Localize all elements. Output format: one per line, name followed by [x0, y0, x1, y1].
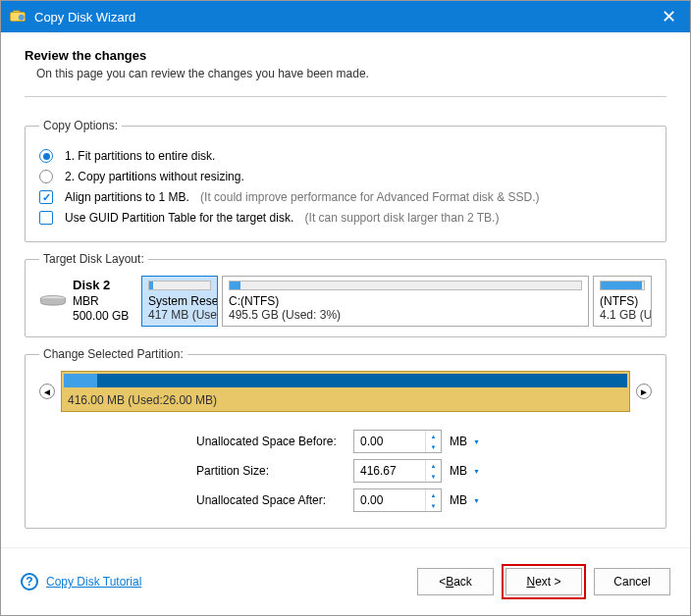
cancel-button[interactable]: Cancel [594, 568, 670, 595]
partition-sub: 495.5 GB (Used: 3%) [229, 308, 341, 322]
partition-sub: 417 MB (Used: 6%) [148, 308, 218, 322]
partition-size-input[interactable]: 416.67 ▲▼ [353, 459, 442, 483]
next-button[interactable]: Next > [505, 568, 582, 595]
unit-dropdown-icon[interactable]: ▼ [473, 497, 480, 504]
partition-name: System Reserved [148, 294, 211, 308]
window-title: Copy Disk Wizard [34, 10, 656, 25]
field-label: Partition Size: [196, 464, 353, 478]
unalloc-after-input[interactable]: 0.00 ▲▼ [353, 488, 442, 512]
close-icon[interactable]: ✕ [656, 6, 682, 27]
partition-system-reserved[interactable]: System Reserved 417 MB (Used: 6%) [141, 276, 218, 327]
field-label: Unallocated Space Before: [196, 435, 353, 448]
spinner[interactable]: ▲▼ [425, 431, 441, 452]
field-label: Unallocated Space After: [196, 493, 353, 507]
option-align-partitions[interactable]: Align partitions to 1 MB. (It could impr… [39, 190, 652, 204]
slider-label: 416.00 MB (Used:26.00 MB) [68, 393, 217, 407]
back-button[interactable]: < Back [417, 568, 494, 595]
radio-icon [39, 149, 53, 163]
unit-dropdown-icon[interactable]: ▼ [473, 438, 480, 445]
partition-c[interactable]: C:(NTFS) 495.5 GB (Used: 3%) [222, 276, 589, 327]
disk-type: MBR [73, 294, 129, 310]
target-disk-layout-group: Target Disk Layout: Disk 2 MBR 500.00 GB… [25, 252, 666, 337]
option-hint: (It could improve performance for Advanc… [200, 190, 539, 204]
disk-size: 500.00 GB [73, 309, 129, 325]
next-button-highlight: Next > [502, 564, 586, 599]
page-subtitle: On this page you can review the changes … [25, 67, 666, 80]
partition-name: C:(NTFS) [229, 294, 582, 308]
unit-label: MB [450, 435, 467, 448]
option-label: Use GUID Partition Table for the target … [65, 211, 293, 225]
radio-icon [39, 170, 53, 183]
option-label: 2. Copy partitions without resizing. [65, 170, 244, 183]
input-value: 0.00 [360, 493, 383, 507]
input-value: 416.67 [360, 464, 397, 478]
option-hint: (It can support disk larger than 2 TB.) [305, 211, 500, 225]
slider-left-button[interactable]: ◄ [39, 384, 55, 399]
field-unalloc-before: Unallocated Space Before: 0.00 ▲▼ MB ▼ [39, 430, 652, 453]
slider-right-button[interactable]: ► [636, 384, 652, 399]
tutorial-link[interactable]: Copy Disk Tutorial [46, 575, 141, 589]
copy-options-group: Copy Options: 1. Fit partitions to entir… [25, 119, 666, 242]
unit-label: MB [450, 493, 467, 507]
change-partition-group: Change Selected Partition: ◄ 416.00 MB (… [25, 347, 666, 529]
wizard-footer: ? Copy Disk Tutorial < Back Next > Cance… [1, 547, 690, 615]
change-partition-legend: Change Selected Partition: [39, 347, 187, 361]
unit-dropdown-icon[interactable]: ▼ [473, 468, 480, 475]
app-icon [9, 8, 27, 26]
divider [25, 96, 666, 97]
unalloc-before-input[interactable]: 0.00 ▲▼ [353, 430, 442, 453]
option-copy-without-resize[interactable]: 2. Copy partitions without resizing. [39, 170, 652, 183]
disk-name: Disk 2 [73, 278, 129, 294]
help-icon[interactable]: ? [21, 573, 38, 590]
option-label: 1. Fit partitions to entire disk. [65, 149, 215, 163]
wizard-header: Review the changes On this page you can … [1, 32, 690, 88]
option-label: Align partitions to 1 MB. [65, 190, 189, 204]
page-title: Review the changes [25, 48, 666, 63]
target-layout-legend: Target Disk Layout: [39, 252, 148, 266]
unit-label: MB [450, 464, 467, 478]
disk-icon [39, 294, 67, 308]
partition-sub: 4.1 GB (Used: 95%) [600, 308, 652, 322]
checkbox-icon [39, 190, 53, 204]
partition-slider[interactable]: 416.00 MB (Used:26.00 MB) [61, 371, 630, 412]
titlebar: Copy Disk Wizard ✕ [1, 1, 690, 32]
copy-options-legend: Copy Options: [39, 119, 122, 132]
svg-point-1 [19, 15, 25, 21]
spinner[interactable]: ▲▼ [425, 489, 441, 511]
partition-name: (NTFS) [600, 294, 645, 308]
checkbox-icon [39, 211, 53, 225]
input-value: 0.00 [360, 435, 383, 448]
field-unalloc-after: Unallocated Space After: 0.00 ▲▼ MB ▼ [39, 488, 652, 512]
option-use-guid[interactable]: Use GUID Partition Table for the target … [39, 211, 652, 225]
option-fit-partitions[interactable]: 1. Fit partitions to entire disk. [39, 149, 652, 163]
partition-ntfs[interactable]: (NTFS) 4.1 GB (Used: 95%) [593, 276, 652, 327]
spinner[interactable]: ▲▼ [425, 460, 441, 482]
disk-info: Disk 2 MBR 500.00 GB [39, 276, 137, 327]
field-partition-size: Partition Size: 416.67 ▲▼ MB ▼ [39, 459, 652, 483]
